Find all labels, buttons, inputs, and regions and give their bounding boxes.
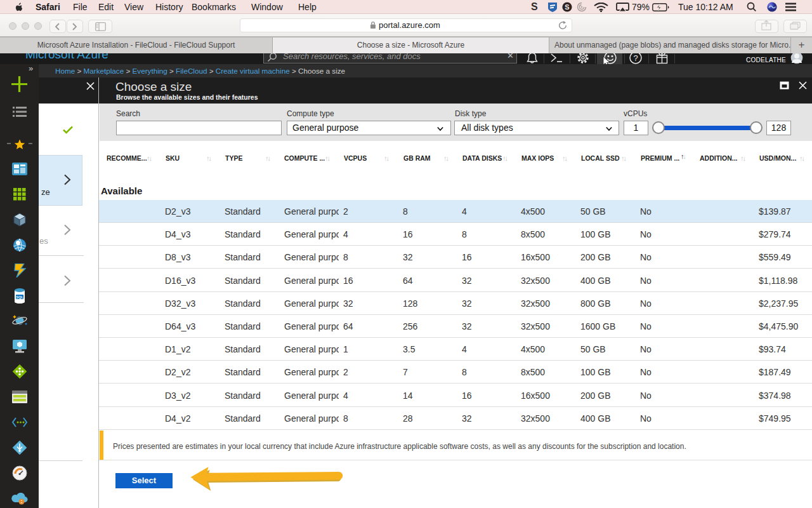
svg-text:SQL: SQL [16, 295, 23, 299]
svg-text:?: ? [633, 53, 638, 63]
svg-text:S: S [565, 3, 569, 11]
